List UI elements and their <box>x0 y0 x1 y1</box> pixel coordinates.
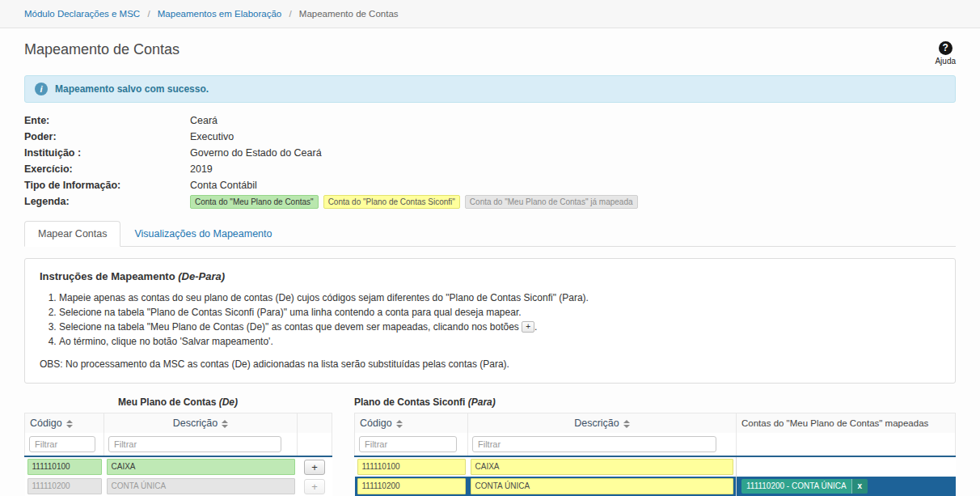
plano-de-contas-siconfi-table: Plano de Contas Siconfi (Para) Código De… <box>354 396 956 496</box>
info-value: 2019 <box>190 163 213 175</box>
column-header-codigo[interactable]: Código <box>25 413 104 434</box>
account-code: 111110200 <box>357 478 466 494</box>
info-row-exercicio: Exercício: 2019 <box>24 161 956 177</box>
mapped-accounts-cell: 111110200 - CONTA ÚNICA x <box>737 477 956 496</box>
tab-visualizacoes-do-mapeamento[interactable]: Visualizações do Mapeamento <box>120 221 285 247</box>
legend-badge-ja-mapeada: Conta do "Meu Plano de Contas" já mapead… <box>465 195 638 209</box>
tab-bar: Mapear Contas Visualizações do Mapeament… <box>24 221 956 247</box>
breadcrumb-link-mapeamentos-em-elaboracao[interactable]: Mapeamentos em Elaboração <box>158 9 281 19</box>
info-label: Exercício: <box>24 163 190 175</box>
left-code-filter-input[interactable] <box>29 436 95 452</box>
column-header-actions <box>298 413 332 434</box>
info-value: Conta Contábil <box>190 180 257 191</box>
instruction-step: Selecione na tabela "Plano de Contas Sic… <box>59 307 940 318</box>
info-row-legenda: Legenda: Conta do "Meu Plano de Contas" … <box>24 193 956 210</box>
mapped-account-chip: 111110200 - CONTA ÚNICA x <box>741 479 868 494</box>
help-icon: ? <box>939 41 953 55</box>
entity-info: Ente: Ceará Poder: Executivo Instituição… <box>0 112 980 210</box>
success-alert: i Mapeamento salvo com sucesso. <box>24 75 956 103</box>
sort-icon <box>222 420 228 428</box>
legend: Conta do "Meu Plano de Contas" Conta do … <box>190 195 638 209</box>
info-label: Poder: <box>24 131 190 142</box>
info-value: Executivo <box>190 131 234 142</box>
column-header-descricao[interactable]: Descrição <box>104 413 298 434</box>
instructions-obs: OBS: No processamento da MSC as contas (… <box>40 358 940 370</box>
title-row: Mapeamento de Contas ? Ajuda <box>0 28 980 67</box>
add-account-button[interactable]: + <box>304 460 325 475</box>
account-code: 111110200 <box>27 478 102 494</box>
info-value: Governo do Estado do Ceará <box>190 147 322 159</box>
breadcrumb-separator: / <box>147 9 150 19</box>
instruction-step: Mapeie apenas as contas do seu plano de … <box>59 292 940 303</box>
column-header-contas-mapeadas: Contas do "Meu Plano de Contas" mapeadas <box>737 413 956 434</box>
breadcrumb: Módulo Declarações e MSC / Mapeamentos e… <box>0 0 980 28</box>
column-header-codigo[interactable]: Código <box>355 413 468 434</box>
table-row[interactable]: 111110100 CAIXA <box>355 456 956 477</box>
sort-icon <box>66 420 73 428</box>
right-table-title: Plano de Contas Siconfi (Para) <box>354 396 956 408</box>
breadcrumb-link-modulo-declaracoes[interactable]: Módulo Declarações e MSC <box>24 9 140 19</box>
info-circle-icon: i <box>35 83 48 95</box>
info-row-tipo-informacao: Tipo de Informação: Conta Contábil <box>24 177 956 193</box>
right-description-filter-input[interactable] <box>472 436 716 452</box>
alert-message: Mapeamento salvo com sucesso. <box>55 83 209 95</box>
account-code: 111110100 <box>357 459 466 475</box>
info-row-ente: Ente: Ceará <box>24 112 956 129</box>
sort-icon <box>623 420 630 428</box>
instruction-step: Ao término, clique no botão 'Salvar mape… <box>59 336 940 347</box>
instruction-step: Selecione na tabela "Meu Plano de Contas… <box>59 321 940 333</box>
add-account-button-disabled[interactable]: + <box>304 479 325 494</box>
info-label: Ente: <box>24 115 190 126</box>
breadcrumb-separator: / <box>289 9 291 19</box>
table-row-selected[interactable]: 111110200 CONTA ÚNICA 111110200 - CONTA … <box>355 477 956 496</box>
account-description: CAIXA <box>107 459 295 475</box>
instructions-panel: Instruções de Mapeamento (De-Para) Mapei… <box>24 258 956 384</box>
instructions-list: Mapeie apenas as contas do seu plano de … <box>59 292 940 347</box>
info-label: Tipo de Informação: <box>24 180 190 191</box>
right-code-filter-input[interactable] <box>359 436 457 452</box>
column-header-descricao[interactable]: Descrição <box>468 413 737 434</box>
mapping-tables: Meu Plano de Contas (De) Código Descriçã… <box>0 395 980 496</box>
info-value: Ceará <box>190 115 218 126</box>
info-label: Legenda: <box>24 196 190 207</box>
table-row-mapped[interactable]: 111110200 CONTA ÚNICA + <box>25 477 332 496</box>
help-button[interactable]: ? Ajuda <box>935 41 956 66</box>
account-description: CAIXA <box>471 459 734 475</box>
info-label: Instituição : <box>24 147 190 159</box>
info-row-poder: Poder: Executivo <box>24 129 956 145</box>
page-title: Mapeamento de Contas <box>24 41 180 58</box>
left-description-filter-input[interactable] <box>108 436 281 452</box>
meu-plano-de-contas-table: Meu Plano de Contas (De) Código Descriçã… <box>24 396 332 496</box>
legend-badge-siconfi: Conta do "Plano de Contas Siconfi" <box>323 195 460 209</box>
plus-button-example-icon: + <box>522 321 534 333</box>
legend-badge-meu-plano: Conta do "Meu Plano de Contas" <box>190 195 319 209</box>
page: Módulo Declarações e MSC / Mapeamentos e… <box>0 0 980 496</box>
account-description: CONTA ÚNICA <box>471 478 734 494</box>
breadcrumb-current-page: Mapeamento de Contas <box>299 9 399 19</box>
tab-mapear-contas[interactable]: Mapear Contas <box>24 221 120 247</box>
left-table-title: Meu Plano de Contas (De) <box>24 396 332 408</box>
info-row-instituicao: Instituição : Governo do Estado do Ceará <box>24 145 956 161</box>
remove-mapping-button[interactable]: x <box>851 479 868 494</box>
instructions-title: Instruções de Mapeamento (De-Para) <box>40 270 940 282</box>
help-label: Ajuda <box>935 57 956 66</box>
sort-icon <box>396 420 403 428</box>
mapped-accounts-cell <box>737 456 956 477</box>
mapped-account-label: 111110200 - CONTA ÚNICA <box>741 479 851 494</box>
table-row[interactable]: 111110100 CAIXA + <box>25 456 332 477</box>
account-code: 111110100 <box>27 459 102 475</box>
account-description: CONTA ÚNICA <box>107 478 295 494</box>
